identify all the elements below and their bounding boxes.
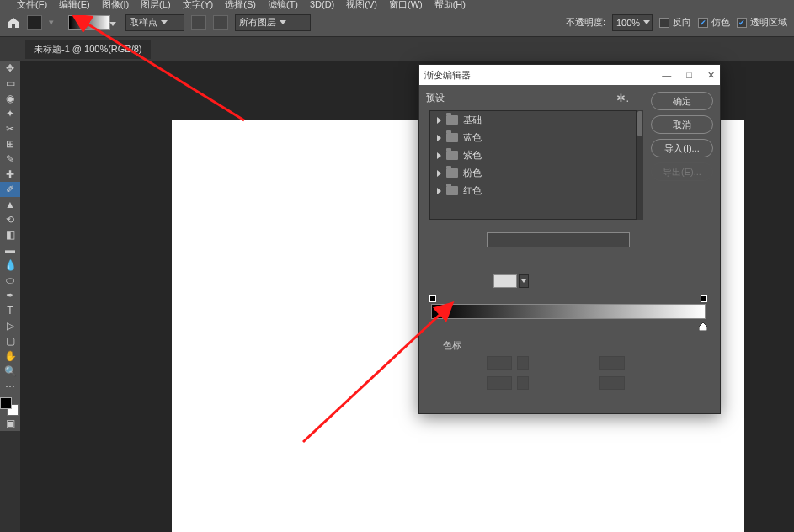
blur-tool[interactable]: 💧: [0, 258, 20, 273]
gradient-bar[interactable]: [431, 304, 706, 319]
gradient-editor: [431, 295, 706, 331]
menu-layer[interactable]: 图层(L): [141, 0, 170, 11]
folder-icon: [446, 115, 458, 125]
brush-tool[interactable]: ✐: [0, 182, 20, 197]
color-field[interactable]: [487, 376, 512, 390]
import-button[interactable]: 导入(I)...: [651, 139, 713, 157]
folder-label: 粉色: [463, 167, 482, 179]
type-select[interactable]: [493, 274, 517, 288]
close-icon[interactable]: ✕: [707, 70, 715, 81]
color-swatches[interactable]: [0, 397, 19, 416]
menu-file[interactable]: 文件(F): [17, 0, 47, 11]
location-field-2[interactable]: [599, 376, 625, 390]
layers-label: 所有图层: [239, 16, 276, 29]
location-field-1[interactable]: [599, 356, 625, 370]
color-stop-right[interactable]: [699, 319, 707, 327]
path-select-tool[interactable]: ▷: [0, 318, 20, 333]
document-tab-bar: 未标题-1 @ 100%(RGB/8): [0, 37, 794, 61]
document-tab[interactable]: 未标题-1 @ 100%(RGB/8): [25, 40, 151, 59]
color-picker-arrow[interactable]: [517, 376, 529, 390]
history-brush-tool[interactable]: ⟲: [0, 212, 20, 227]
preset-folder-basic[interactable]: 基础: [430, 111, 636, 129]
layers-dropdown[interactable]: 所有图层: [235, 14, 311, 31]
toolbox: ✥ ▭ ◉ ✦ ✂ ⊞ ✎ ✚ ✐ ▲ ⟲ ◧ ▬ 💧 ⬭ ✒ T ▷ ▢ ✋ …: [0, 61, 20, 431]
menu-help[interactable]: 帮助(H): [434, 0, 466, 11]
maximize-icon[interactable]: □: [686, 70, 692, 81]
chevron-right-icon: [437, 168, 441, 178]
mode-icon-2[interactable]: [213, 15, 228, 30]
opacity-value-text: 100%: [616, 18, 640, 28]
type-select-arrow[interactable]: [519, 274, 529, 288]
frame-tool[interactable]: ⊞: [0, 136, 20, 152]
preset-folder-pink[interactable]: 粉色: [430, 164, 636, 182]
export-button[interactable]: 导出(E)...: [651, 162, 713, 181]
stamp-tool[interactable]: ▲: [0, 197, 20, 212]
foreground-color[interactable]: [0, 397, 12, 409]
dither-label: 仿色: [711, 16, 730, 29]
chevron-right-icon: [437, 151, 441, 161]
more-tools[interactable]: ⋯: [0, 379, 20, 394]
menu-image[interactable]: 图像(I): [102, 0, 129, 11]
eyedropper-tool[interactable]: ✎: [0, 152, 20, 167]
hand-tool[interactable]: ✋: [0, 348, 20, 364]
opacity-label: 不透明度:: [566, 16, 605, 29]
menu-filter[interactable]: 滤镜(T): [268, 0, 298, 11]
opacity-stop-right[interactable]: [701, 295, 707, 302]
tool-preset-picker[interactable]: [27, 15, 42, 30]
dialog-body: 预设 ✲. 基础 蓝色 紫色 粉色 红色 确定 取消 导入(I)... 导出(E…: [419, 85, 720, 413]
gear-icon[interactable]: ✲.: [616, 92, 629, 104]
menu-3d[interactable]: 3D(D): [310, 0, 334, 9]
wand-tool[interactable]: ✦: [0, 106, 20, 121]
chevron-right-icon: [437, 186, 441, 196]
reverse-checkbox[interactable]: [659, 18, 669, 28]
transparent-checkbox[interactable]: ✔: [737, 18, 747, 28]
minimize-icon[interactable]: —: [662, 70, 671, 81]
menu-edit[interactable]: 编辑(E): [59, 0, 90, 11]
reverse-label: 反向: [673, 16, 691, 29]
zoom-tool[interactable]: 🔍: [0, 364, 20, 379]
color-stops-row[interactable]: [431, 319, 706, 331]
move-tool[interactable]: ✥: [0, 61, 20, 76]
crop-tool[interactable]: ✂: [0, 121, 20, 136]
preset-scrollbar[interactable]: [637, 110, 643, 220]
sample-dropdown[interactable]: 取样点: [125, 14, 184, 31]
menu-window[interactable]: 窗口(W): [389, 0, 423, 11]
eraser-tool[interactable]: ◧: [0, 227, 20, 242]
opacity-stops-row[interactable]: [431, 295, 706, 304]
shape-tool[interactable]: ▢: [0, 333, 20, 348]
menu-select[interactable]: 选择(S): [225, 0, 256, 11]
preset-list[interactable]: 基础 蓝色 紫色 粉色 红色: [429, 110, 637, 220]
reverse-option[interactable]: 反向: [659, 16, 691, 29]
ok-button[interactable]: 确定: [651, 92, 713, 110]
heal-tool[interactable]: ✚: [0, 167, 20, 182]
home-icon[interactable]: [7, 16, 20, 29]
dialog-titlebar[interactable]: 渐变编辑器 — □ ✕: [419, 65, 720, 85]
preset-folder-blue[interactable]: 蓝色: [430, 129, 636, 146]
opacity-value[interactable]: 100%: [612, 14, 653, 31]
type-tool[interactable]: T: [0, 303, 20, 318]
opacity-stop-fields: [487, 356, 625, 370]
opacity-field[interactable]: [487, 356, 512, 370]
dither-checkbox[interactable]: ✔: [698, 18, 708, 28]
opacity-stop-left[interactable]: [429, 295, 436, 302]
mode-icon-1[interactable]: [191, 15, 206, 30]
cancel-button[interactable]: 取消: [651, 115, 713, 134]
gradient-tool[interactable]: ▬: [0, 242, 20, 258]
menu-view[interactable]: 视图(V): [346, 0, 377, 11]
transparent-option[interactable]: ✔ 透明区域: [737, 16, 787, 29]
dialog-button-column: 确定 取消 导入(I)... 导出(E)...: [651, 92, 713, 181]
preset-folder-purple[interactable]: 紫色: [430, 146, 636, 164]
transparent-label: 透明区域: [750, 16, 787, 29]
lasso-tool[interactable]: ◉: [0, 91, 20, 106]
gradient-swatch[interactable]: [68, 15, 110, 30]
marquee-tool[interactable]: ▭: [0, 76, 20, 91]
dodge-tool[interactable]: ⬭: [0, 273, 20, 288]
pen-tool[interactable]: ✒: [0, 288, 20, 303]
quickmask-toggle[interactable]: ▣: [0, 416, 20, 431]
menu-bar: 文件(F) 编辑(E) 图像(I) 图层(L) 文字(Y) 选择(S) 滤镜(T…: [0, 0, 794, 8]
menu-type[interactable]: 文字(Y): [183, 0, 214, 11]
preset-folder-red[interactable]: 红色: [430, 182, 636, 200]
dither-option[interactable]: ✔ 仿色: [698, 16, 730, 29]
opacity-unit: [517, 356, 529, 370]
gradient-name-input[interactable]: [487, 232, 630, 247]
